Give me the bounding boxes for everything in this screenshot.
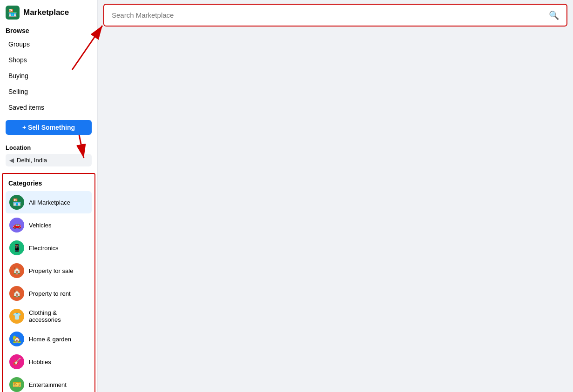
category-electronics-label: Electronics [29,245,59,252]
entertainment-icon: 🎫 [9,377,24,392]
main-content: 🔍 [98,0,573,392]
category-hobbies[interactable]: 🎸 Hobbies [6,351,92,373]
category-entertainment-label: Entertainment [29,381,67,388]
search-input[interactable] [108,7,545,24]
category-property-rent-label: Property to rent [29,290,71,297]
sidebar-item-buying[interactable]: Buying [3,68,94,83]
category-entertainment[interactable]: 🎫 Entertainment [6,373,92,392]
electronics-icon: 📱 [9,240,24,255]
category-home-garden-label: Home & garden [29,336,71,343]
category-clothing[interactable]: 👕 Clothing & accessories [6,305,92,327]
category-vehicles[interactable]: 🚗 Vehicles [6,214,92,236]
sidebar-title: Marketplace [23,8,69,17]
sidebar-item-selling[interactable]: Selling [3,84,94,99]
all-marketplace-icon: 🏪 [9,195,24,210]
sidebar-item-shops[interactable]: Shops [3,53,94,67]
marketplace-icon: 🏪 [6,6,20,20]
property-rent-icon: 🏠 [9,286,24,301]
category-home-garden[interactable]: 🏡 Home & garden [6,328,92,350]
sidebar-header: 🏪 Marketplace [0,0,97,23]
sell-something-button[interactable]: + Sell Something [6,120,92,135]
location-section: Location ◀ Delhi, India [0,140,97,169]
clothing-icon: 👕 [9,309,24,324]
categories-section: Categories 🏪 All Marketplace 🚗 Vehicles … [2,173,95,392]
category-electronics[interactable]: 📱 Electronics [6,237,92,259]
category-property-sale[interactable]: 🏠 Property for sale [6,259,92,282]
search-bar-wrapper: 🔍 [103,4,567,27]
category-clothing-label: Clothing & accessories [29,309,88,323]
sidebar-item-saved-items[interactable]: Saved items [3,100,94,115]
categories-label: Categories [5,178,93,191]
home-garden-icon: 🏡 [9,332,24,346]
search-button[interactable]: 🔍 [545,8,563,22]
property-sale-icon: 🏠 [9,263,24,278]
hobbies-icon: 🎸 [9,354,24,369]
search-bar-inner: 🔍 [104,5,566,26]
location-text: Delhi, India [17,157,47,164]
location-pin-icon: ◀ [9,157,14,164]
category-hobbies-label: Hobbies [29,359,51,365]
location-value[interactable]: ◀ Delhi, India [6,154,92,166]
sidebar: 🏪 Marketplace Browse Groups Shops Buying… [0,0,98,392]
category-all-label: All Marketplace [29,199,70,206]
vehicles-icon: 🚗 [9,218,24,233]
browse-label: Browse [0,23,97,36]
sidebar-item-groups[interactable]: Groups [3,37,94,52]
category-property-rent[interactable]: 🏠 Property to rent [6,282,92,305]
category-vehicles-label: Vehicles [29,222,51,229]
category-property-sale-label: Property for sale [29,267,73,274]
category-all-marketplace[interactable]: 🏪 All Marketplace [6,191,92,213]
location-label: Location [6,144,92,151]
